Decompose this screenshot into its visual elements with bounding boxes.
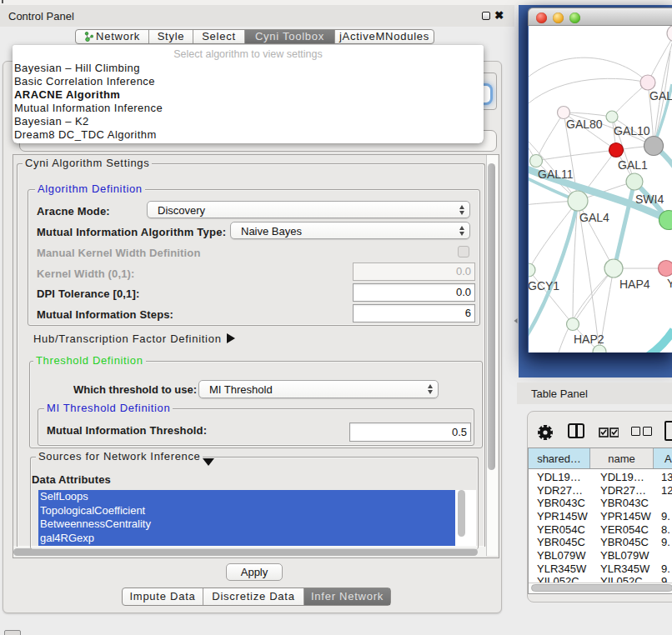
svg-text:GAL10: GAL10 [614, 124, 650, 138]
svg-text:HAP4: HAP4 [619, 278, 650, 291]
svg-text:SWI4: SWI4 [635, 192, 664, 206]
svg-text:GAL80: GAL80 [566, 118, 603, 131]
svg-text:GAL11: GAL11 [538, 168, 574, 181]
svg-text:GAL4: GAL4 [579, 211, 609, 224]
svg-text:GAL1: GAL1 [618, 158, 648, 172]
svg-text:GCY1: GCY1 [529, 279, 559, 292]
svg-text:GAL8: GAL8 [649, 89, 672, 102]
svg-text:Y: Y [667, 277, 672, 290]
svg-text:HAP2: HAP2 [574, 332, 604, 346]
